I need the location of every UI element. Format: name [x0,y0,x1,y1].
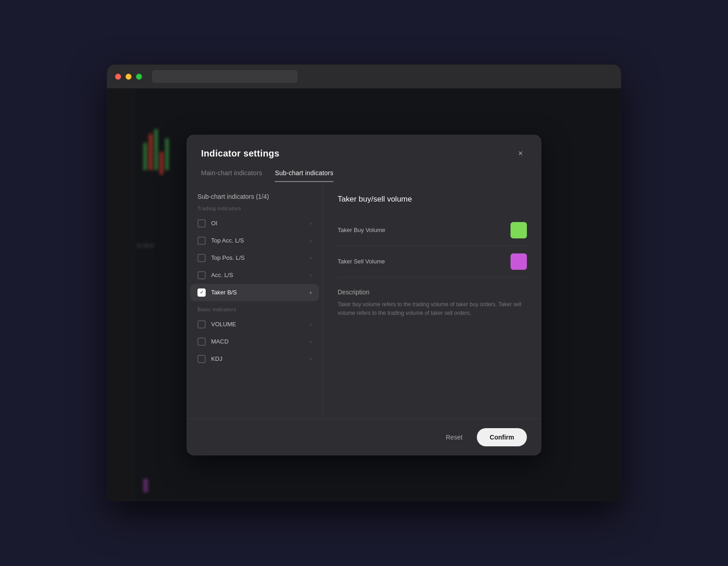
taker-sell-volume-row: Taker Sell Volume [338,248,527,275]
taker-buy-volume-label: Taker Buy Volume [338,227,385,233]
modal-overlay: Indicator settings × Main-chart indicato… [107,88,621,501]
chevron-oi: › [310,220,312,227]
browser-window: 42.88 B Indicator settings × Main-chart … [107,65,621,501]
section-title-basic: Basic indicators [187,307,323,316]
modal-body: Sub-chart indicators (1/4) Trading indic… [187,182,541,419]
section-spacer [187,301,323,307]
indicator-name-macd: MACD [211,338,304,345]
right-panel: Taker buy/sell volume Taker Buy Volume T… [323,182,541,419]
tab-sub-chart[interactable]: Sub-chart indicators [275,169,334,182]
section-title-trading: Trading indicators [187,206,323,215]
traffic-light-yellow[interactable] [126,74,131,80]
indicator-item-top-acc-ls[interactable]: Top Acc. L/S › [187,232,323,249]
right-panel-title: Taker buy/sell volume [338,195,527,204]
checkbox-top-acc-ls[interactable] [197,237,206,245]
checkbox-macd[interactable] [197,338,206,346]
indicator-name-top-pos-ls: Top Pos. L/S [211,254,304,261]
chevron-acc-ls: › [310,272,312,278]
indicator-name-taker-bs: Taker B/S [211,289,304,296]
checkbox-acc-ls[interactable] [197,271,206,279]
close-button[interactable]: × [514,147,527,160]
taker-buy-volume-color-swatch[interactable] [511,222,527,238]
checkbox-taker-bs[interactable]: ✓ [197,288,206,297]
chevron-volume: › [310,321,312,328]
checkbox-kdj[interactable] [197,355,206,363]
modal-footer: Reset Confirm [187,419,541,455]
indicator-name-volume: VOLUME [211,321,304,328]
traffic-light-green[interactable] [136,74,142,80]
confirm-button[interactable]: Confirm [477,428,527,446]
indicator-item-top-pos-ls[interactable]: Top Pos. L/S › [187,249,323,267]
checkbox-volume[interactable] [197,320,206,328]
modal-header: Indicator settings × [187,135,541,160]
description-text: Taker buy volume refers to the trading v… [338,300,527,318]
taker-sell-volume-label: Taker Sell Volume [338,258,385,265]
indicator-item-taker-bs[interactable]: ✓ Taker B/S › [190,284,319,301]
traffic-light-red[interactable] [115,74,121,80]
panel-heading: Sub-chart indicators (1/4) [187,193,323,206]
description-title: Description [338,288,527,296]
left-panel: Sub-chart indicators (1/4) Trading indic… [187,182,323,419]
chevron-top-pos-ls: › [310,255,312,261]
chevron-top-acc-ls: › [310,238,312,244]
reset-button[interactable]: Reset [439,429,470,445]
indicator-item-macd[interactable]: MACD › [187,333,323,350]
address-bar[interactable] [152,70,298,83]
indicator-item-acc-ls[interactable]: Acc. L/S › [187,267,323,284]
browser-titlebar [107,65,621,88]
divider-2 [338,277,527,278]
indicator-item-oi[interactable]: OI › [187,215,323,232]
chevron-kdj: › [310,356,312,362]
indicator-name-top-acc-ls: Top Acc. L/S [211,237,304,244]
indicator-name-acc-ls: Acc. L/S [211,272,304,278]
indicator-name-oi: OI [211,220,304,227]
browser-content: 42.88 B Indicator settings × Main-chart … [107,88,621,501]
divider-1 [338,246,527,246]
modal-tabs: Main-chart indicators Sub-chart indicato… [187,160,541,182]
checkbox-oi[interactable] [197,219,206,227]
taker-sell-volume-color-swatch[interactable] [511,253,527,270]
modal-title: Indicator settings [201,148,279,159]
chevron-macd: › [310,339,312,345]
chevron-taker-bs: › [310,289,312,296]
taker-buy-volume-row: Taker Buy Volume [338,217,527,244]
tab-main-chart[interactable]: Main-chart indicators [201,169,262,182]
indicator-settings-modal: Indicator settings × Main-chart indicato… [187,135,541,455]
checkbox-top-pos-ls[interactable] [197,254,206,262]
indicator-item-kdj[interactable]: KDJ › [187,350,323,368]
indicator-name-kdj: KDJ [211,355,304,362]
indicator-item-volume[interactable]: VOLUME › [187,316,323,333]
description-section: Description Taker buy volume refers to t… [338,288,527,318]
